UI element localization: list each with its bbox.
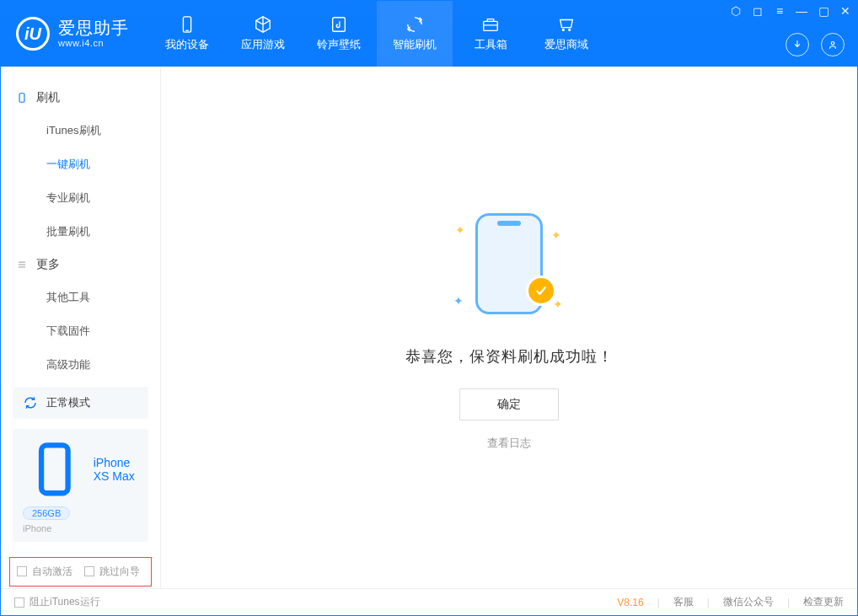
nav-label: 应用游戏 — [241, 37, 285, 52]
sparkle-icon: ✦ — [455, 223, 465, 237]
app-header: iU 爱思助手 www.i4.cn 我的设备 应用游戏 铃声壁纸 智能刷机 — [1, 1, 857, 67]
sidebar-item-batch-flash[interactable]: 批量刷机 — [1, 215, 160, 249]
wechat-link[interactable]: 微信公众号 — [723, 595, 774, 609]
logo-icon: iU — [16, 17, 50, 51]
sparkle-icon: ✦ — [453, 294, 464, 308]
device-mode-card[interactable]: 正常模式 — [13, 387, 148, 419]
rotate-icon — [404, 15, 426, 34]
sidebar-item-itunes-flash[interactable]: iTunes刷机 — [1, 114, 160, 147]
phone-icon — [176, 15, 198, 34]
view-log-link[interactable]: 查看日志 — [487, 436, 531, 451]
nav-toolbox[interactable]: 工具箱 — [453, 1, 528, 67]
sidebar-group-flash: 刷机 — [1, 82, 160, 114]
briefcase-icon — [480, 15, 501, 34]
support-link[interactable]: 客服 — [673, 595, 694, 609]
list-icon — [16, 259, 28, 271]
sidebar-group-more: 更多 — [1, 249, 160, 281]
checkbox-label: 自动激活 — [32, 565, 72, 579]
group-label: 更多 — [36, 257, 60, 272]
sparkle-icon: ✦ — [553, 297, 563, 311]
close-button[interactable]: ✕ — [839, 4, 852, 18]
logo-block: iU 爱思助手 www.i4.cn — [1, 1, 144, 67]
app-title: 爱思助手 — [58, 18, 129, 38]
skin-icon[interactable]: ⬡ — [729, 4, 743, 18]
phone-icon — [16, 92, 28, 104]
download-button[interactable] — [786, 33, 809, 56]
user-button[interactable] — [821, 33, 845, 56]
separator: | — [707, 597, 710, 608]
checkbox-icon — [14, 597, 24, 608]
svg-point-4 — [831, 42, 834, 46]
checkbox-label: 阻止iTunes运行 — [29, 595, 100, 609]
checkbox-icon — [17, 566, 27, 576]
group-label: 刷机 — [36, 90, 60, 105]
sidebar-item-pro-flash[interactable]: 专业刷机 — [1, 181, 160, 215]
check-update-link[interactable]: 检查更新 — [803, 595, 844, 609]
sidebar-item-download-firmware[interactable]: 下载固件 — [1, 314, 160, 348]
phone-icon — [23, 437, 87, 501]
device-info-card[interactable]: iPhone XS Max 256GB iPhone — [13, 429, 148, 542]
checkbox-icon — [84, 566, 94, 576]
status-bar: 阻止iTunes运行 V8.16 | 客服 | 微信公众号 | 检查更新 — [1, 588, 857, 615]
flash-options-highlighted: 自动激活 跳过向导 — [9, 557, 152, 587]
nav-label: 我的设备 — [165, 37, 209, 52]
nav-store[interactable]: 爱思商域 — [528, 1, 604, 67]
device-name: iPhone XS Max — [94, 456, 138, 483]
sidebar: 刷机 iTunes刷机 一键刷机 专业刷机 批量刷机 更多 其他工具 下载固件 … — [1, 67, 161, 588]
svg-rect-2 — [333, 18, 346, 32]
separator: | — [787, 597, 790, 608]
checkbox-auto-activate[interactable]: 自动激活 — [17, 565, 72, 579]
checkbox-label: 跳过向导 — [99, 565, 140, 579]
nav-label: 铃声壁纸 — [317, 37, 361, 52]
sparkle-icon: ✦ — [551, 228, 561, 242]
success-message: 恭喜您，保资料刷机成功啦！ — [405, 346, 614, 367]
svg-rect-3 — [484, 21, 498, 30]
device-storage-badge: 256GB — [23, 506, 70, 520]
maximize-button[interactable]: ▢ — [817, 4, 830, 18]
checkbox-skip-guide[interactable]: 跳过向导 — [84, 565, 140, 579]
refresh-icon — [23, 395, 38, 410]
nav-label: 工具箱 — [475, 37, 507, 52]
separator: | — [657, 597, 660, 608]
nav-label: 爱思商域 — [544, 37, 588, 52]
version-label: V8.16 — [617, 597, 643, 608]
nav-app-games[interactable]: 应用游戏 — [225, 1, 301, 67]
mode-label: 正常模式 — [46, 395, 90, 410]
success-illustration: ✦ ✦ ✦ ✦ — [450, 205, 568, 323]
sidebar-item-advanced[interactable]: 高级功能 — [1, 348, 160, 382]
main-nav: 我的设备 应用游戏 铃声壁纸 智能刷机 工具箱 爱思商域 — [149, 1, 604, 67]
checkbox-block-itunes[interactable]: 阻止iTunes运行 — [14, 595, 100, 609]
app-subtitle: www.i4.cn — [58, 38, 129, 49]
menu-icon[interactable]: ≡ — [773, 4, 786, 18]
cart-icon — [555, 15, 577, 34]
main-content: ✦ ✦ ✦ ✦ 恭喜您，保资料刷机成功啦！ 确定 查看日志 — [161, 67, 857, 588]
ok-button[interactable]: 确定 — [459, 388, 559, 420]
feedback-icon[interactable]: ◻ — [751, 4, 764, 18]
cube-icon — [252, 15, 274, 34]
nav-smart-flash[interactable]: 智能刷机 — [377, 1, 453, 67]
nav-ringtone-wallpaper[interactable]: 铃声壁纸 — [301, 1, 377, 67]
sidebar-item-other-tools[interactable]: 其他工具 — [1, 281, 160, 314]
svg-rect-0 — [183, 17, 190, 32]
success-check-icon — [526, 276, 556, 306]
sidebar-item-onekey-flash[interactable]: 一键刷机 — [1, 147, 160, 181]
minimize-button[interactable]: — — [795, 4, 808, 18]
svg-rect-5 — [19, 94, 24, 103]
svg-rect-9 — [41, 445, 68, 493]
music-icon — [328, 15, 350, 34]
nav-label: 智能刷机 — [393, 37, 437, 52]
device-type: iPhone — [23, 523, 138, 533]
nav-my-device[interactable]: 我的设备 — [149, 1, 225, 67]
